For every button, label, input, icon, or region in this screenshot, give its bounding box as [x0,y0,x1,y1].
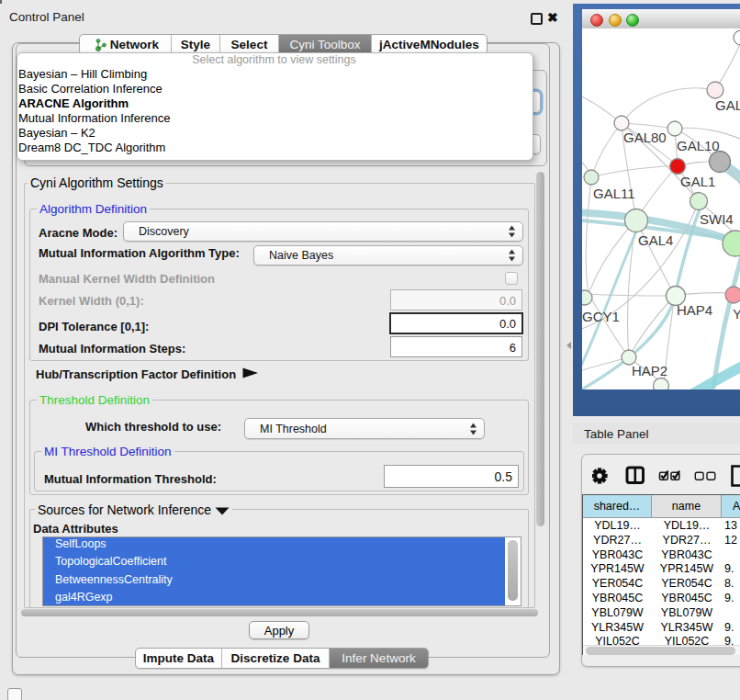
svg-text:HAP4: HAP4 [677,302,712,318]
svg-text:GAL4: GAL4 [638,232,673,248]
svg-text:GAL2: GAL2 [715,97,740,113]
svg-text:HAP2: HAP2 [632,363,667,378]
svg-text:GAL80: GAL80 [623,130,667,145]
svg-text:GAL11: GAL11 [593,186,635,201]
svg-text:GAL1: GAL1 [680,174,715,189]
svg-text:YB: YB [733,306,740,322]
svg-text:GAL10: GAL10 [677,138,720,153]
svg-text:SWI4: SWI4 [700,211,734,227]
svg-text:GCY1: GCY1 [582,309,620,324]
